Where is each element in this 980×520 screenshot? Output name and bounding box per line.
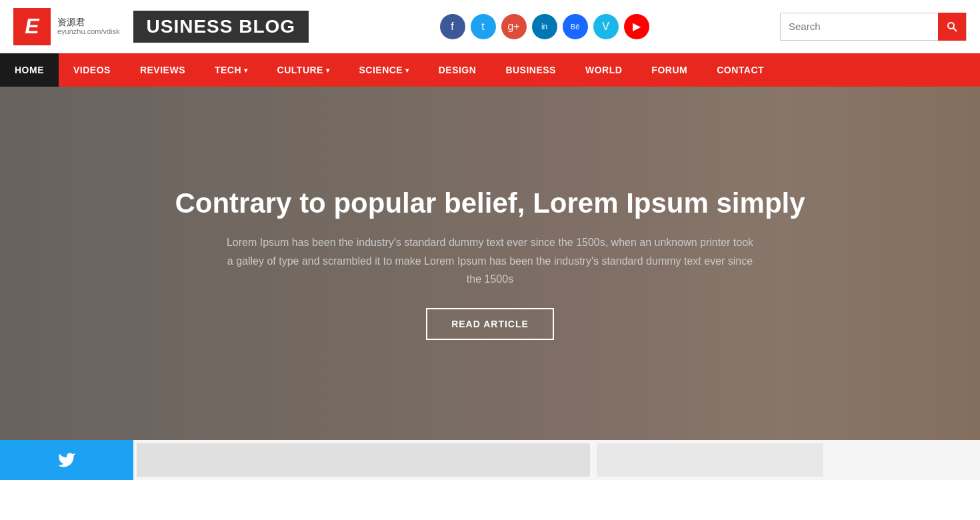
twitter-icon[interactable]: t — [471, 14, 496, 39]
hero-title: Contrary to popular belief, Lorem Ipsum … — [175, 187, 805, 220]
preview-card-2 — [597, 443, 823, 477]
nav-contact[interactable]: CONTACT — [702, 53, 779, 87]
nav-forum[interactable]: FORUM — [637, 53, 702, 87]
culture-arrow: ▾ — [326, 67, 330, 74]
preview-card-1 — [137, 443, 590, 477]
social-icons-group: f t g+ in Bē V ▶ — [440, 14, 649, 39]
hero-content: Contrary to popular belief, Lorem Ipsum … — [0, 87, 980, 440]
nav-design[interactable]: DESIGN — [424, 53, 491, 87]
site-title: USINESS BLOG — [133, 11, 309, 43]
youtube-icon[interactable]: ▶ — [624, 14, 649, 39]
hero-subtitle: Lorem Ipsum has been the industry's stan… — [223, 233, 757, 288]
nav-tech[interactable]: TECH ▾ — [200, 53, 263, 87]
logo-area: E 资源君 eyunzhu.com/vdisk USINESS BLOG — [13, 8, 309, 45]
search-area — [780, 13, 967, 41]
navigation: HOME VIDEOS REVIEWS TECH ▾ CULTURE ▾ SCI… — [0, 53, 980, 87]
search-input[interactable] — [781, 13, 938, 40]
nav-videos[interactable]: VIDEOS — [59, 53, 125, 87]
search-button[interactable] — [938, 13, 966, 41]
nav-home[interactable]: HOME — [0, 53, 59, 87]
svg-point-0 — [948, 23, 954, 29]
linkedin-icon[interactable]: in — [532, 14, 557, 39]
nav-row-2: FORUM CONTACT — [637, 53, 779, 87]
nav-reviews[interactable]: REVIEWS — [125, 53, 200, 87]
nav-culture[interactable]: CULTURE ▾ — [263, 53, 345, 87]
logo-letter: E — [13, 8, 51, 45]
content-preview-area — [133, 440, 980, 480]
facebook-icon[interactable]: f — [440, 14, 465, 39]
vimeo-icon[interactable]: V — [593, 14, 619, 39]
nav-world[interactable]: WORLD — [571, 53, 637, 87]
bottom-strip — [0, 440, 980, 480]
google-plus-icon[interactable]: g+ — [501, 14, 527, 39]
hero-section: Contrary to popular belief, Lorem Ipsum … — [0, 87, 980, 440]
behance-icon[interactable]: Bē — [563, 14, 588, 39]
nav-row-1: HOME VIDEOS REVIEWS TECH ▾ CULTURE ▾ SCI… — [0, 53, 637, 87]
nav-business[interactable]: BUSINESS — [491, 53, 571, 87]
header: E 资源君 eyunzhu.com/vdisk USINESS BLOG f t… — [0, 0, 980, 53]
science-arrow: ▾ — [405, 67, 409, 74]
svg-line-1 — [953, 28, 957, 31]
twitter-tab[interactable] — [0, 440, 133, 480]
logo-chinese: 资源君 — [57, 17, 120, 28]
logo-text-area: 资源君 eyunzhu.com/vdisk — [51, 17, 127, 37]
tech-arrow: ▾ — [244, 67, 248, 74]
read-article-button[interactable]: READ ARTICLE — [426, 308, 554, 340]
nav-science[interactable]: SCIENCE ▾ — [344, 53, 423, 87]
logo-url: eyunzhu.com/vdisk — [57, 27, 120, 36]
